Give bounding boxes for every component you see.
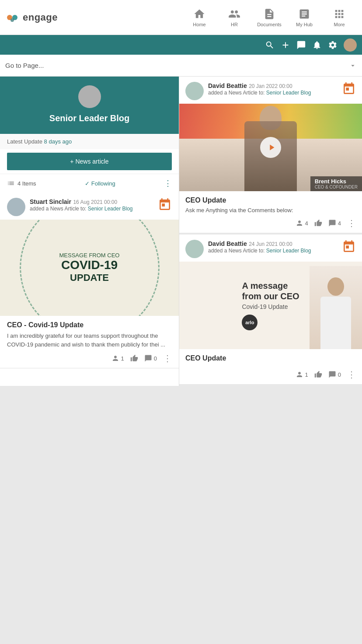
nav-item-hr[interactable]: HR — [217, 0, 252, 35]
comment-icon-r1 — [328, 219, 336, 227]
post-actions-bar: 1 0 ⋮ — [0, 349, 179, 368]
post-text: I am incredibly grateful for our teams s… — [7, 332, 172, 349]
thumb-up-icon — [130, 354, 138, 362]
right-more-btn-2[interactable]: ⋮ — [347, 369, 356, 380]
video-thumbnail-1[interactable]: Brent Hicks CEO & COFOUNDER — [179, 104, 362, 191]
arlo-logo: arlo — [242, 315, 258, 330]
play-icon — [267, 143, 276, 152]
logo-area: engage — [5, 10, 58, 24]
person-body — [320, 297, 351, 349]
right-post-action-2: added a News Article to: Senior Leader B… — [208, 248, 338, 254]
latest-update: Latest Update 8 days ago — [0, 134, 179, 149]
ceo-person-image — [310, 266, 362, 349]
nav-item-home[interactable]: Home — [182, 0, 217, 35]
settings-icon[interactable] — [328, 40, 338, 50]
chat-icon[interactable] — [296, 40, 306, 50]
thumb-up-icon-r1 — [314, 219, 322, 227]
play-button[interactable] — [260, 137, 281, 158]
right-post-date-1: 20 Jan 2022 00:00 — [249, 83, 292, 89]
post-author: Stuart Sinclair — [30, 198, 71, 205]
blog-header: Senior Leader Blog — [0, 77, 179, 134]
logo-icon — [5, 10, 19, 24]
nav-item-more[interactable]: More — [322, 0, 357, 35]
hub-icon — [298, 8, 310, 20]
right-title-2: CEO Update — [185, 354, 356, 362]
calendar-icon-right2 — [342, 240, 356, 254]
more-options-btn[interactable]: ⋮ — [164, 178, 172, 188]
ceo-message-text: A message from our CEO Covid-19 Update a… — [233, 280, 308, 330]
post-date: 16 Aug 2021 00:00 — [73, 199, 117, 205]
person-head — [327, 277, 344, 296]
user-avatar[interactable] — [344, 38, 357, 52]
views-count[interactable]: 1 — [111, 354, 124, 362]
bell-icon[interactable] — [312, 40, 322, 50]
right-text-1: Ask me Anything via the Comments below: — [185, 207, 356, 214]
secondary-nav — [0, 35, 362, 55]
right-blog-link-2[interactable]: Senior Leader Blog — [266, 248, 311, 254]
comments-count[interactable]: 0 — [144, 354, 157, 362]
comment-icon-r2 — [328, 371, 336, 378]
right-actions-bar-2: 1 0 ⋮ — [179, 365, 362, 384]
following-btn[interactable]: ✓ Following — [85, 180, 115, 187]
right-body-2: CEO Update — [179, 349, 362, 362]
right-post-meta-2: David Beattie 24 Jun 2021 00:00 added a … — [208, 240, 338, 254]
right-post-header-2: David Beattie 24 Jun 2021 00:00 added a … — [179, 234, 362, 262]
right-actions-bar-1: 4 4 ⋮ — [179, 214, 362, 233]
right-card-2: David Beattie 24 Jun 2021 00:00 added a … — [179, 234, 362, 384]
latest-update-link[interactable]: 8 days ago — [44, 138, 72, 145]
top-nav: engage Home HR Documents My Hub More — [0, 0, 362, 35]
blog-avatar — [78, 85, 101, 108]
right-like-2[interactable] — [314, 371, 322, 378]
right-post-date-2: 24 Jun 2021 00:00 — [249, 241, 292, 247]
like-button[interactable] — [130, 354, 138, 362]
ceo-message-image: A message from our CEO Covid-19 Update a… — [179, 262, 362, 349]
nav-item-my-hub[interactable]: My Hub — [287, 0, 322, 35]
right-comments-1[interactable]: 4 — [328, 219, 341, 227]
add-icon[interactable] — [281, 40, 290, 50]
logo-text: engage — [23, 12, 58, 23]
right-title-1: CEO Update — [185, 196, 356, 204]
nav-item-documents[interactable]: Documents — [252, 0, 287, 35]
post-type-icon — [158, 198, 172, 214]
right-post-avatar-1 — [185, 82, 204, 100]
ceo-person-body — [310, 266, 362, 349]
post-image: MESSAGE FROM CEO COVID-19 UPDATE — [0, 220, 179, 316]
person-icon-r1 — [296, 219, 303, 227]
right-comments-2[interactable]: 0 — [328, 371, 341, 378]
right-like-1[interactable] — [314, 219, 322, 227]
post-card: Stuart Sinclair 16 Aug 2021 00:00 added … — [0, 192, 179, 368]
post-action: added a News Article to: Senior Leader B… — [30, 206, 153, 212]
post-title: CEO - Covid-19 Update — [7, 321, 172, 329]
right-card-1: David Beattie 20 Jan 2022 00:00 added a … — [179, 77, 362, 233]
svg-point-2 — [10, 18, 14, 22]
post-meta: Stuart Sinclair 16 Aug 2021 00:00 added … — [30, 198, 153, 212]
right-blog-link-1[interactable]: Senior Leader Blog — [266, 90, 311, 96]
post-author-avatar — [7, 198, 25, 216]
right-views-2[interactable]: 1 — [296, 371, 308, 378]
page-dropdown-label: Go to Page... — [5, 62, 44, 69]
right-body-1: CEO Update Ask me Anything via the Comme… — [179, 191, 362, 214]
page-dropdown-row: Go to Page... — [0, 55, 362, 77]
news-article-button[interactable]: + News article — [7, 153, 172, 170]
right-post-author-1: David Beattie — [208, 82, 247, 89]
person-silhouette — [320, 277, 351, 349]
main-content: Senior Leader Blog Latest Update 8 days … — [0, 77, 362, 386]
person-icon-r2 — [296, 371, 303, 378]
right-post-action-1: added a News Article to: Senior Leader B… — [208, 90, 338, 96]
blog-title: Senior Leader Blog — [49, 113, 129, 123]
right-post-author-2: David Beattie — [208, 240, 247, 247]
right-more-btn-1[interactable]: ⋮ — [347, 218, 356, 228]
right-panel: David Beattie 20 Jan 2022 00:00 added a … — [179, 77, 362, 386]
calendar-icon-right — [342, 82, 356, 96]
search-icon[interactable] — [265, 40, 275, 50]
post-more-btn[interactable]: ⋮ — [163, 353, 172, 364]
post-blog-link[interactable]: Senior Leader Blog — [88, 206, 133, 212]
home-icon — [193, 8, 205, 20]
blog-footer: 4 Items ✓ Following ⋮ — [0, 174, 179, 192]
right-views-1[interactable]: 4 — [296, 219, 308, 227]
page-dropdown[interactable]: Go to Page... — [5, 62, 357, 70]
right-post-header-1: David Beattie 20 Jan 2022 00:00 added a … — [179, 77, 362, 104]
chevron-down-icon — [349, 62, 357, 70]
people-icon — [228, 8, 240, 20]
nav-items: Home HR Documents My Hub More — [182, 0, 357, 35]
